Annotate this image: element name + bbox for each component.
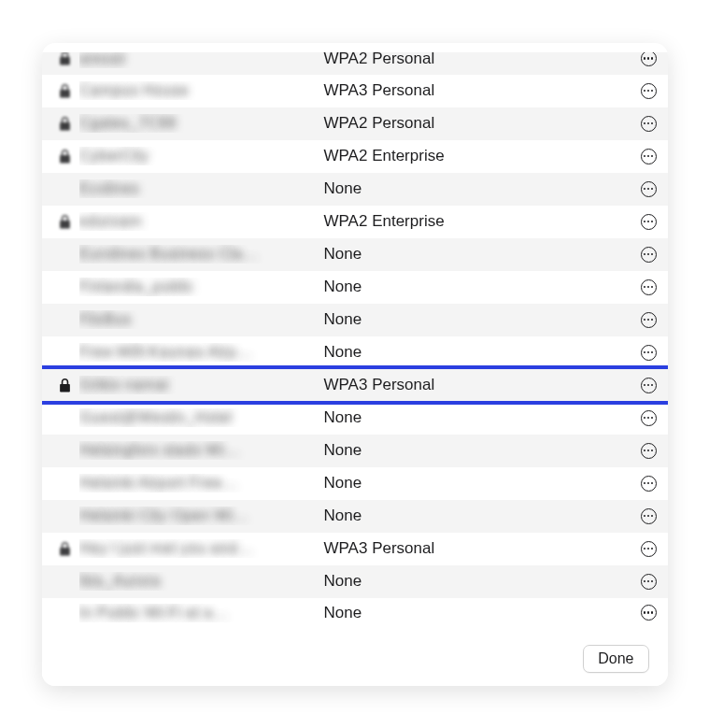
network-security: WPA2 Enterprise xyxy=(324,147,629,165)
ellipsis-icon xyxy=(644,548,653,550)
ellipsis-icon xyxy=(644,450,653,451)
network-row[interactable]: Helsingfors stads Wi…None xyxy=(42,435,668,467)
ellipsis-icon xyxy=(644,417,653,419)
lock-column xyxy=(51,52,79,66)
network-row[interactable]: Ibis_AuroraNone xyxy=(42,565,668,598)
more-options-button[interactable] xyxy=(641,378,657,393)
more-options-button[interactable] xyxy=(641,214,657,230)
action-column xyxy=(629,443,657,459)
more-options-button[interactable] xyxy=(641,247,657,263)
ellipsis-icon xyxy=(644,155,653,157)
lock-icon xyxy=(59,215,71,229)
network-security: WPA2 Personal xyxy=(324,52,629,68)
ellipsis-icon xyxy=(644,221,653,222)
network-name: Ecolines xyxy=(79,179,324,198)
action-column xyxy=(629,83,657,99)
network-row[interactable]: Free-Wifi-Kaunas-Airp…None xyxy=(42,336,668,369)
more-options-button[interactable] xyxy=(641,312,657,328)
network-row[interactable]: Hey I just met you and…WPA3 Personal xyxy=(42,533,668,565)
more-options-button[interactable] xyxy=(641,410,657,426)
more-options-button[interactable] xyxy=(641,541,657,557)
lock-column xyxy=(51,542,79,556)
network-name: Finlandia_public xyxy=(79,278,324,296)
network-row[interactable]: CyberCityWPA2 Enterprise xyxy=(42,140,668,173)
network-row[interactable]: Campus HouseWPA3 Personal xyxy=(42,75,668,107)
lock-column xyxy=(51,378,79,393)
network-row[interactable]: Finlandia_publicNone xyxy=(42,271,668,304)
action-column xyxy=(629,279,657,295)
more-options-button[interactable] xyxy=(641,345,657,361)
ellipsis-icon xyxy=(644,253,653,255)
network-security: None xyxy=(324,572,629,591)
network-security: None xyxy=(324,441,629,460)
network-row[interactable]: Helsinki City Open Wi…None xyxy=(42,500,668,533)
ellipsis-icon xyxy=(644,351,653,353)
network-security: None xyxy=(324,507,629,525)
action-column xyxy=(629,476,657,492)
ellipsis-icon xyxy=(644,286,653,288)
network-row[interactable]: Cgates_7C98WPA2 Personal xyxy=(42,107,668,140)
network-row[interactable]: FlixBusNone xyxy=(42,304,668,336)
network-name: Free-Wifi-Kaunas-Airp… xyxy=(79,343,324,362)
action-column xyxy=(629,312,657,328)
network-name: Campus House xyxy=(79,81,324,100)
network-row[interactable]: eduroamWPA2 Enterprise xyxy=(42,206,668,238)
network-row[interactable]: In Public Wi-Fi at a…None xyxy=(42,598,668,617)
network-name: eduroam xyxy=(79,212,324,231)
network-security: WPA3 Personal xyxy=(324,81,629,100)
more-options-button[interactable] xyxy=(641,52,657,67)
network-row[interactable]: Eurolines Business Cla…None xyxy=(42,238,668,271)
lock-column xyxy=(51,150,79,164)
network-row[interactable]: aressiiWPA2 Personal xyxy=(42,52,668,75)
network-security: None xyxy=(324,474,629,492)
network-name: Hey I just met you and… xyxy=(79,539,324,558)
ellipsis-icon xyxy=(644,122,653,124)
network-name: Cgates_7C98 xyxy=(79,114,324,133)
more-options-button[interactable] xyxy=(641,574,657,590)
network-security: None xyxy=(324,179,629,198)
network-security: None xyxy=(324,408,629,427)
networks-list: aressiiWPA2 PersonalCampus HouseWPA3 Per… xyxy=(42,52,668,632)
network-security: None xyxy=(324,310,629,329)
ellipsis-icon xyxy=(644,611,653,613)
action-column xyxy=(629,574,657,590)
action-column xyxy=(629,378,657,393)
network-name: Helsingfors stads Wi… xyxy=(79,441,324,460)
network-row[interactable]: EcolinesNone xyxy=(42,173,668,206)
lock-column xyxy=(51,84,79,98)
network-security: None xyxy=(324,343,629,362)
ellipsis-icon xyxy=(644,515,653,517)
ellipsis-icon xyxy=(644,90,653,92)
network-name: aressii xyxy=(79,52,324,68)
network-name: Ibis_Aurora xyxy=(79,572,324,591)
more-options-button[interactable] xyxy=(641,476,657,492)
more-options-button[interactable] xyxy=(641,83,657,99)
more-options-button[interactable] xyxy=(641,149,657,164)
action-column xyxy=(629,181,657,197)
action-column xyxy=(629,410,657,426)
more-options-button[interactable] xyxy=(641,443,657,459)
more-options-button[interactable] xyxy=(641,116,657,132)
network-security: WPA3 Personal xyxy=(324,376,629,394)
lock-icon xyxy=(59,117,71,131)
more-options-button[interactable] xyxy=(641,605,657,621)
network-security: None xyxy=(324,604,629,622)
action-column xyxy=(629,508,657,524)
done-button[interactable]: Done xyxy=(583,645,648,673)
network-security: WPA3 Personal xyxy=(324,539,629,558)
action-column xyxy=(629,541,657,557)
more-options-button[interactable] xyxy=(641,508,657,524)
ellipsis-icon xyxy=(644,188,653,190)
network-row[interactable]: Guest@Westin_HotelNone xyxy=(42,402,668,435)
network-row[interactable]: Grikio namaiWPA3 Personal xyxy=(42,369,668,402)
more-options-button[interactable] xyxy=(641,279,657,295)
lock-column xyxy=(51,215,79,229)
known-networks-panel: aressiiWPA2 PersonalCampus HouseWPA3 Per… xyxy=(42,43,668,686)
lock-icon xyxy=(59,378,71,393)
network-name: In Public Wi-Fi at a… xyxy=(79,604,324,622)
panel-footer: Done xyxy=(42,632,668,686)
network-row[interactable]: Helsinki Airport Free…None xyxy=(42,467,668,500)
network-security: None xyxy=(324,245,629,264)
more-options-button[interactable] xyxy=(641,181,657,197)
lock-icon xyxy=(59,52,71,66)
